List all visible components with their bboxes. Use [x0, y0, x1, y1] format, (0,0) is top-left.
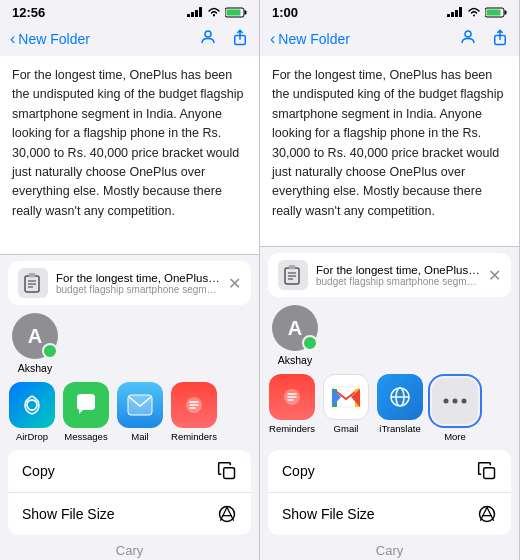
- reminders-label-left: Reminders: [171, 431, 217, 442]
- left-panel: 12:56 ‹ New Folder: [0, 0, 260, 560]
- svg-rect-16: [128, 395, 152, 415]
- status-icons-left: [187, 7, 247, 18]
- filesize-icon-left: [217, 504, 237, 524]
- filesize-icon-right: [477, 504, 497, 524]
- airdrop-label-left: AirDrop: [16, 431, 48, 442]
- contact-akshay-right[interactable]: A Akshay: [272, 305, 318, 366]
- svg-rect-11: [29, 273, 35, 277]
- filesize-action-right[interactable]: Show File Size: [268, 493, 511, 535]
- action-rows-left: Copy Show File Size: [8, 450, 251, 535]
- copy-label-left: Copy: [22, 463, 55, 479]
- svg-rect-28: [455, 10, 458, 17]
- copy-action-left[interactable]: Copy: [8, 450, 251, 493]
- app-row-right: Reminders Gmail: [260, 370, 519, 446]
- svg-rect-37: [289, 265, 295, 269]
- contact-avatar-akshay-right: A: [272, 305, 318, 351]
- app-item-mail-left[interactable]: Mail: [114, 382, 166, 442]
- clipboard-close-left[interactable]: ✕: [228, 274, 241, 293]
- svg-point-30: [473, 15, 475, 17]
- clipboard-subtitle-right: budget flagship smartphone segment in In…: [316, 276, 480, 287]
- itranslate-label-right: iTranslate: [379, 423, 420, 434]
- nav-icons-right: [459, 28, 509, 51]
- status-time-left: 12:56: [12, 5, 45, 20]
- itranslate-icon-right: [377, 374, 423, 420]
- clipboard-preview-left: For the longest time, OnePlus has bee...…: [8, 261, 251, 305]
- wifi-icon-right: [466, 7, 482, 17]
- app-item-itranslate-right[interactable]: iTranslate: [374, 374, 426, 442]
- clipboard-title-left: For the longest time, OnePlus has bee...: [56, 272, 220, 284]
- contact-name-akshay-left: Akshay: [18, 362, 52, 374]
- cary-text-right: Cary: [376, 543, 403, 558]
- app-item-reminders-right[interactable]: Reminders: [266, 374, 318, 442]
- svg-point-52: [453, 399, 458, 404]
- clipboard-close-right[interactable]: ✕: [488, 266, 501, 285]
- share-sheet-left: For the longest time, OnePlus has bee...…: [0, 254, 259, 560]
- app-item-more-right[interactable]: More: [428, 374, 482, 442]
- reminders-icon-right: [269, 374, 315, 420]
- nav-icons-left: [199, 28, 249, 51]
- article-area-right: For the longest time, OnePlus has been t…: [260, 56, 519, 246]
- reminders-label-right: Reminders: [269, 423, 315, 434]
- messages-label-left: Messages: [64, 431, 107, 442]
- cary-bar-right: Cary: [260, 539, 519, 560]
- reminders-icon-left: [171, 382, 217, 428]
- svg-rect-27: [451, 12, 454, 17]
- mail-label-left: Mail: [131, 431, 148, 442]
- clipboard-doc-icon-left: [18, 268, 48, 298]
- gmail-icon-right: [323, 374, 369, 420]
- share-icon-left[interactable]: [231, 28, 249, 51]
- svg-rect-2: [195, 10, 198, 17]
- contact-akshay-left[interactable]: A Akshay: [12, 313, 58, 374]
- airdrop-icon-left: [9, 382, 55, 428]
- gmail-label-right: Gmail: [334, 423, 359, 434]
- back-button-left[interactable]: ‹ New Folder: [10, 30, 90, 48]
- contact-row-left: A Akshay: [0, 305, 259, 378]
- share-icon-right[interactable]: [491, 28, 509, 51]
- share-sheet-right: For the longest time, OnePlus has bee...…: [260, 246, 519, 560]
- nav-bar-left: ‹ New Folder: [0, 22, 259, 56]
- svg-point-4: [213, 15, 215, 17]
- contact-avatar-akshay-left: A: [12, 313, 58, 359]
- svg-rect-1: [191, 12, 194, 17]
- clipboard-subtitle-left: budget flagship smartphone segment in In…: [56, 284, 220, 295]
- mail-icon-left: [117, 382, 163, 428]
- right-panel: 1:00 ‹ New Folder: [260, 0, 520, 560]
- signal-icon-left: [187, 7, 203, 17]
- svg-rect-3: [199, 7, 202, 17]
- chevron-left-icon-left: ‹: [10, 30, 15, 48]
- clipboard-doc-icon-right: [278, 260, 308, 290]
- person-icon-left[interactable]: [199, 28, 217, 51]
- app-item-gmail-right[interactable]: Gmail: [320, 374, 372, 442]
- copy-action-right[interactable]: Copy: [268, 450, 511, 493]
- app-item-messages-left[interactable]: Messages: [60, 382, 112, 442]
- svg-point-34: [465, 31, 471, 37]
- app-item-airdrop-left[interactable]: AirDrop: [6, 382, 58, 442]
- svg-rect-7: [227, 9, 241, 15]
- back-label-left: New Folder: [18, 31, 90, 47]
- copy-icon-left: [217, 461, 237, 481]
- contact-row-right: A Akshay: [260, 297, 519, 370]
- nav-bar-right: ‹ New Folder: [260, 22, 519, 56]
- svg-point-15: [27, 400, 37, 410]
- cary-text-left: Cary: [116, 543, 143, 558]
- svg-rect-0: [187, 14, 190, 17]
- svg-rect-33: [487, 9, 501, 15]
- app-item-reminders-left[interactable]: Reminders: [168, 382, 220, 442]
- svg-point-51: [444, 399, 449, 404]
- clipboard-text-right: For the longest time, OnePlus has bee...…: [316, 264, 480, 287]
- svg-rect-54: [484, 468, 495, 479]
- copy-icon-right: [477, 461, 497, 481]
- more-highlight-box-right: [428, 374, 482, 428]
- svg-point-53: [462, 399, 467, 404]
- back-label-right: New Folder: [278, 31, 350, 47]
- article-text-left: For the longest time, OnePlus has been t…: [12, 66, 247, 221]
- back-button-right[interactable]: ‹ New Folder: [270, 30, 350, 48]
- svg-point-8: [205, 31, 211, 37]
- battery-icon-right: [485, 7, 507, 18]
- clipboard-preview-right: For the longest time, OnePlus has bee...…: [268, 253, 511, 297]
- person-icon-right[interactable]: [459, 28, 477, 51]
- more-label-right: More: [444, 431, 466, 442]
- filesize-action-left[interactable]: Show File Size: [8, 493, 251, 535]
- cary-bar-left: Cary: [0, 539, 259, 560]
- chevron-left-icon-right: ‹: [270, 30, 275, 48]
